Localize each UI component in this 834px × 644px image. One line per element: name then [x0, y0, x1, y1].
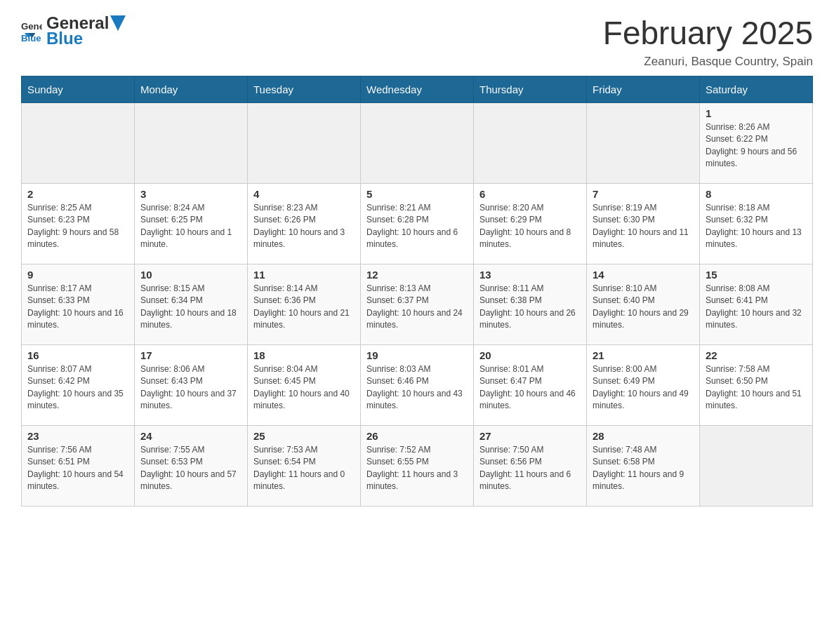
day-info: Sunrise: 8:01 AMSunset: 6:47 PMDaylight:… — [479, 363, 581, 412]
calendar-cell: 7Sunrise: 8:19 AMSunset: 6:30 PMDaylight… — [587, 184, 700, 264]
day-info: Sunrise: 8:26 AMSunset: 6:22 PMDaylight:… — [706, 121, 807, 170]
day-number: 22 — [706, 349, 807, 361]
calendar-body: 1Sunrise: 8:26 AMSunset: 6:22 PMDaylight… — [22, 103, 813, 507]
location-label: Zeanuri, Basque Country, Spain — [603, 55, 813, 69]
calendar-cell — [22, 103, 135, 184]
day-number: 11 — [253, 269, 355, 281]
logo-icon: General Blue — [21, 20, 42, 41]
day-info: Sunrise: 8:07 AMSunset: 6:42 PMDaylight:… — [27, 363, 128, 412]
calendar-cell — [474, 103, 587, 184]
day-info: Sunrise: 8:25 AMSunset: 6:23 PMDaylight:… — [27, 202, 128, 251]
day-info: Sunrise: 8:03 AMSunset: 6:46 PMDaylight:… — [366, 363, 468, 412]
day-number: 20 — [479, 349, 581, 361]
day-number: 23 — [27, 430, 128, 442]
calendar-cell: 22Sunrise: 7:58 AMSunset: 6:50 PMDayligh… — [700, 345, 813, 426]
calendar-cell: 18Sunrise: 8:04 AMSunset: 6:45 PMDayligh… — [248, 345, 361, 426]
calendar-cell: 10Sunrise: 8:15 AMSunset: 6:34 PMDayligh… — [135, 264, 248, 345]
day-info: Sunrise: 8:15 AMSunset: 6:34 PMDaylight:… — [140, 283, 241, 332]
day-number: 21 — [593, 349, 694, 361]
calendar-table: SundayMondayTuesdayWednesdayThursdayFrid… — [21, 76, 813, 507]
day-info: Sunrise: 8:04 AMSunset: 6:45 PMDaylight:… — [253, 363, 355, 412]
week-row-4: 16Sunrise: 8:07 AMSunset: 6:42 PMDayligh… — [22, 345, 813, 426]
calendar-cell: 21Sunrise: 8:00 AMSunset: 6:49 PMDayligh… — [587, 345, 700, 426]
calendar-cell — [135, 103, 248, 184]
day-number: 8 — [706, 188, 807, 200]
day-number: 9 — [27, 269, 128, 281]
calendar-cell: 15Sunrise: 8:08 AMSunset: 6:41 PMDayligh… — [700, 264, 813, 345]
calendar-cell: 26Sunrise: 7:52 AMSunset: 6:55 PMDayligh… — [361, 426, 474, 507]
week-row-5: 23Sunrise: 7:56 AMSunset: 6:51 PMDayligh… — [22, 426, 813, 507]
day-info: Sunrise: 8:20 AMSunset: 6:29 PMDaylight:… — [479, 202, 581, 251]
day-number: 25 — [253, 430, 355, 442]
svg-text:General: General — [21, 22, 42, 32]
day-number: 13 — [479, 269, 581, 281]
calendar-cell: 23Sunrise: 7:56 AMSunset: 6:51 PMDayligh… — [22, 426, 135, 507]
calendar-cell: 8Sunrise: 8:18 AMSunset: 6:32 PMDaylight… — [700, 184, 813, 264]
calendar-cell: 1Sunrise: 8:26 AMSunset: 6:22 PMDaylight… — [700, 103, 813, 184]
calendar-cell: 28Sunrise: 7:48 AMSunset: 6:58 PMDayligh… — [587, 426, 700, 507]
day-info: Sunrise: 8:19 AMSunset: 6:30 PMDaylight:… — [593, 202, 694, 251]
day-info: Sunrise: 8:10 AMSunset: 6:40 PMDaylight:… — [593, 283, 694, 332]
day-number: 3 — [140, 188, 241, 200]
calendar-cell — [361, 103, 474, 184]
day-info: Sunrise: 8:23 AMSunset: 6:26 PMDaylight:… — [253, 202, 355, 251]
day-number: 28 — [593, 430, 694, 442]
day-header-friday: Friday — [587, 76, 700, 103]
day-header-monday: Monday — [135, 76, 248, 103]
day-number: 12 — [366, 269, 468, 281]
calendar-cell: 27Sunrise: 7:50 AMSunset: 6:56 PMDayligh… — [474, 426, 587, 507]
week-row-1: 1Sunrise: 8:26 AMSunset: 6:22 PMDaylight… — [22, 103, 813, 184]
day-info: Sunrise: 7:50 AMSunset: 6:56 PMDaylight:… — [479, 444, 581, 493]
calendar-cell — [587, 103, 700, 184]
calendar-cell — [248, 103, 361, 184]
calendar-cell: 2Sunrise: 8:25 AMSunset: 6:23 PMDaylight… — [22, 184, 135, 264]
calendar-header: SundayMondayTuesdayWednesdayThursdayFrid… — [22, 76, 813, 103]
day-info: Sunrise: 8:13 AMSunset: 6:37 PMDaylight:… — [366, 283, 468, 332]
day-number: 15 — [706, 269, 807, 281]
calendar-cell: 19Sunrise: 8:03 AMSunset: 6:46 PMDayligh… — [361, 345, 474, 426]
day-number: 6 — [479, 188, 581, 200]
logo: General Blue General Blue — [21, 14, 126, 48]
calendar-cell: 25Sunrise: 7:53 AMSunset: 6:54 PMDayligh… — [248, 426, 361, 507]
day-info: Sunrise: 7:58 AMSunset: 6:50 PMDaylight:… — [706, 363, 807, 412]
day-number: 1 — [706, 107, 807, 119]
days-of-week-row: SundayMondayTuesdayWednesdayThursdayFrid… — [22, 76, 813, 103]
calendar-cell: 13Sunrise: 8:11 AMSunset: 6:38 PMDayligh… — [474, 264, 587, 345]
logo-triangle-icon — [110, 15, 126, 31]
calendar-cell: 17Sunrise: 8:06 AMSunset: 6:43 PMDayligh… — [135, 345, 248, 426]
title-section: February 2025 Zeanuri, Basque Country, S… — [603, 14, 813, 69]
day-header-wednesday: Wednesday — [361, 76, 474, 103]
day-number: 27 — [479, 430, 581, 442]
day-number: 10 — [140, 269, 241, 281]
day-header-thursday: Thursday — [474, 76, 587, 103]
calendar-cell: 24Sunrise: 7:55 AMSunset: 6:53 PMDayligh… — [135, 426, 248, 507]
calendar-cell: 14Sunrise: 8:10 AMSunset: 6:40 PMDayligh… — [587, 264, 700, 345]
day-header-saturday: Saturday — [700, 76, 813, 103]
day-number: 5 — [366, 188, 468, 200]
day-info: Sunrise: 8:06 AMSunset: 6:43 PMDaylight:… — [140, 363, 241, 412]
day-number: 24 — [140, 430, 241, 442]
day-number: 18 — [253, 349, 355, 361]
day-number: 7 — [593, 188, 694, 200]
day-info: Sunrise: 8:14 AMSunset: 6:36 PMDaylight:… — [253, 283, 355, 332]
svg-marker-4 — [110, 15, 126, 31]
calendar-cell: 20Sunrise: 8:01 AMSunset: 6:47 PMDayligh… — [474, 345, 587, 426]
day-header-tuesday: Tuesday — [248, 76, 361, 103]
day-number: 19 — [366, 349, 468, 361]
day-number: 16 — [27, 349, 128, 361]
day-number: 26 — [366, 430, 468, 442]
calendar-cell: 5Sunrise: 8:21 AMSunset: 6:28 PMDaylight… — [361, 184, 474, 264]
day-info: Sunrise: 8:18 AMSunset: 6:32 PMDaylight:… — [706, 202, 807, 251]
svg-text:Blue: Blue — [21, 33, 41, 41]
day-info: Sunrise: 8:24 AMSunset: 6:25 PMDaylight:… — [140, 202, 241, 251]
month-title: February 2025 — [603, 14, 813, 52]
week-row-3: 9Sunrise: 8:17 AMSunset: 6:33 PMDaylight… — [22, 264, 813, 345]
day-number: 2 — [27, 188, 128, 200]
calendar-cell: 6Sunrise: 8:20 AMSunset: 6:29 PMDaylight… — [474, 184, 587, 264]
day-info: Sunrise: 8:08 AMSunset: 6:41 PMDaylight:… — [706, 283, 807, 332]
calendar-cell: 4Sunrise: 8:23 AMSunset: 6:26 PMDaylight… — [248, 184, 361, 264]
day-info: Sunrise: 7:52 AMSunset: 6:55 PMDaylight:… — [366, 444, 468, 493]
day-info: Sunrise: 8:17 AMSunset: 6:33 PMDaylight:… — [27, 283, 128, 332]
day-number: 14 — [593, 269, 694, 281]
day-info: Sunrise: 7:55 AMSunset: 6:53 PMDaylight:… — [140, 444, 241, 493]
